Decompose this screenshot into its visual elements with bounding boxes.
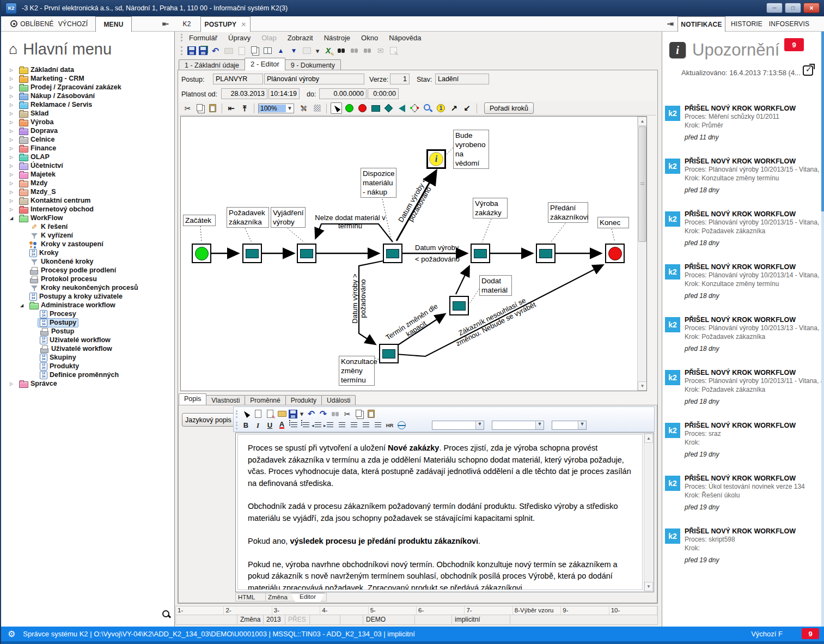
zoom-area-icon[interactable] — [423, 103, 433, 113]
expander-icon[interactable] — [10, 190, 17, 195]
detail-tab[interactable]: Popis — [179, 393, 206, 405]
scrollbar-thumb[interactable] — [638, 126, 646, 242]
expander-icon[interactable] — [10, 172, 17, 177]
cut-icon[interactable] — [182, 103, 193, 113]
tree-item[interactable]: Uživatelé workflow — [7, 344, 171, 353]
restore-button[interactable]: □ — [785, 3, 801, 13]
tree-item[interactable]: Protokol procesu — [7, 275, 171, 283]
scroll-down-icon[interactable]: ▼ — [644, 582, 653, 591]
align-left-icon[interactable] — [337, 420, 347, 430]
binoculars-icon[interactable] — [362, 46, 373, 56]
new-page-icon[interactable] — [236, 46, 247, 56]
mark-read-icon[interactable] — [803, 65, 813, 76]
tree-item[interactable]: Kroky v zastoupení — [7, 240, 171, 248]
open-icon[interactable] — [223, 46, 234, 56]
tree-item[interactable]: Uživatelé workflow — [7, 336, 171, 344]
editor-sheet-tab[interactable]: Editor — [291, 593, 325, 602]
menu-item[interactable]: Zobrazit — [288, 34, 313, 42]
page-edit-icon[interactable] — [265, 409, 275, 419]
tree-item[interactable]: Ukončené kroky — [7, 257, 171, 266]
do-time-field[interactable]: 0:00:00 — [368, 88, 399, 99]
node-multi-icon[interactable] — [410, 103, 420, 113]
scroll-up-icon[interactable]: ▲ — [638, 117, 647, 126]
function-key-cell[interactable]: 10- — [609, 606, 657, 615]
close-tab-icon[interactable]: ✕ — [241, 21, 246, 28]
tree-item[interactable]: Kroky — [7, 248, 171, 257]
tree-item[interactable]: Postupy — [7, 318, 171, 327]
node-zacatek[interactable] — [192, 244, 211, 263]
status-cell[interactable] — [510, 615, 657, 624]
tree-item[interactable]: Internetový obchod — [7, 205, 171, 214]
tree-item[interactable]: Mzdy_S — [7, 187, 171, 196]
expander-icon[interactable] — [10, 129, 17, 133]
cursor-icon[interactable] — [331, 103, 341, 113]
tools-icon[interactable] — [298, 103, 309, 113]
paste-icon[interactable] — [366, 409, 376, 419]
expander-icon[interactable] — [10, 198, 17, 203]
snap-left-icon[interactable] — [226, 103, 236, 113]
dropdown-icon[interactable] — [299, 409, 304, 419]
expander-icon[interactable] — [20, 303, 27, 308]
outdent-icon[interactable] — [313, 420, 323, 430]
binoculars-icon[interactable] — [349, 46, 359, 56]
tab-infoservis[interactable]: INFOSERVIS — [768, 16, 810, 32]
cut-icon[interactable] — [342, 409, 352, 419]
notification-item[interactable]: k2 PŘIŠEL NOVÝ KROK WORKFLOW Proces: Měř… — [665, 104, 822, 157]
book-icon[interactable] — [263, 46, 273, 56]
expander-icon[interactable] — [10, 102, 17, 107]
function-key-cell[interactable]: 3- — [272, 606, 320, 615]
new-page-icon[interactable] — [253, 409, 263, 419]
tab-vychozi[interactable]: VÝCHOZÍ — [58, 16, 88, 32]
indent-icon[interactable] — [325, 420, 335, 430]
expander-icon[interactable] — [10, 68, 17, 72]
status-cell[interactable] — [176, 615, 237, 624]
tree-item[interactable]: Procesy podle prodlení — [7, 266, 171, 275]
save-as-icon[interactable] — [199, 46, 207, 55]
tree-item[interactable]: Definice proměnných — [7, 370, 171, 379]
tree-item[interactable]: Doprava — [7, 126, 171, 135]
panel-scrollbar[interactable] — [821, 32, 824, 627]
font-color-icon[interactable] — [277, 420, 287, 430]
tree-item[interactable]: Prodej / Zpracování zakázek — [7, 83, 171, 92]
tree-item[interactable]: Finance — [7, 144, 171, 153]
tree-item[interactable]: K vyřízení — [7, 231, 171, 240]
chevron-down-icon[interactable]: ▼ — [286, 105, 294, 111]
description-editor[interactable]: Proces se spustí při vytvoření a uložení… — [235, 433, 654, 592]
dropdown-icon[interactable] — [315, 46, 320, 56]
notification-item[interactable]: k2 PŘIŠEL NOVÝ KROK WORKFLOW Proces: skr… — [665, 527, 822, 580]
binoculars-icon[interactable] — [330, 409, 340, 419]
menu-item[interactable]: Formulář — [189, 34, 217, 42]
tree-item[interactable]: Sklad — [7, 109, 171, 118]
align-right-icon[interactable] — [361, 420, 371, 430]
expander-icon[interactable] — [10, 111, 17, 116]
tab-notifikace[interactable]: NOTIFIKACE — [677, 16, 725, 32]
tree-item[interactable]: OLAP — [7, 153, 171, 161]
notification-item[interactable]: k2 PŘIŠEL NOVÝ KROK WORKFLOW Proces: sra… — [665, 421, 822, 474]
link-in-icon[interactable] — [462, 103, 472, 113]
tree-item[interactable]: Kontaktní centrum — [7, 196, 171, 205]
globe-icon[interactable] — [396, 420, 407, 430]
status-cell[interactable] — [310, 615, 340, 624]
tab-postupy[interactable]: POSTUPY✕ — [200, 16, 251, 32]
menu-item[interactable]: Úpravy — [228, 34, 251, 42]
expander-icon[interactable] — [10, 181, 17, 186]
node-info[interactable]: i — [426, 149, 446, 169]
node-decision-icon[interactable] — [383, 103, 394, 113]
node-vyroba[interactable] — [471, 244, 490, 263]
gear-icon[interactable]: ⚙ — [8, 629, 15, 639]
do-date-field[interactable]: 0.00.0000 — [319, 88, 367, 99]
tab-oblibene[interactable]: OBLÍBENÉ — [22, 16, 52, 32]
menu-item[interactable]: Okno — [361, 34, 378, 42]
save-icon[interactable] — [187, 46, 196, 55]
detail-tab[interactable]: Vlastnosti — [206, 395, 245, 405]
mail-icon[interactable] — [375, 46, 386, 56]
copy-pages-icon[interactable] — [249, 46, 260, 56]
function-key-cell[interactable]: 8-Výběr vzoru — [513, 606, 561, 615]
tree-item[interactable]: Skupiny — [7, 353, 171, 362]
tab-historie[interactable]: HISTORIE — [730, 16, 764, 32]
tab-k2[interactable]: K2 — [179, 16, 195, 32]
node-pozadavek[interactable] — [242, 244, 262, 263]
function-key-cell[interactable]: 9- — [561, 606, 609, 615]
note-edit-icon[interactable] — [388, 46, 399, 56]
label-dispozice[interactable]: Dispozice materiálu - nákup — [361, 168, 396, 198]
